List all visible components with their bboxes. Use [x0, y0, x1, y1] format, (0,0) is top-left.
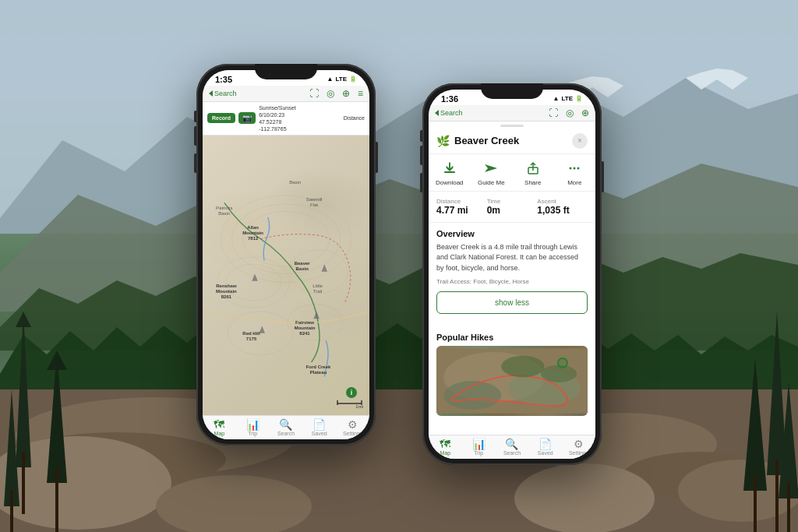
guide-me-label: Guide Me	[478, 179, 505, 186]
download-icon	[438, 159, 461, 178]
svg-marker-49	[485, 164, 497, 172]
settings-tab-icon-left: ⚙	[348, 419, 358, 430]
hike-map-svg	[436, 346, 588, 416]
close-button[interactable]: ×	[572, 133, 588, 149]
trip-tab-icon-right: 📊	[472, 439, 486, 449]
location-icon-right[interactable]: ◎	[566, 107, 574, 118]
map-tab-icon-right: 🗺	[440, 439, 450, 449]
signal-icon-left: ▲	[327, 76, 334, 83]
map-label-ford-creek: Ford CreekPlateau	[306, 365, 331, 375]
more-button[interactable]: More	[554, 159, 596, 186]
saved-tab-icon-right: 📄	[538, 439, 552, 449]
map-label-little-trail: LittleTrail	[312, 284, 323, 294]
download-button[interactable]: Download	[429, 159, 471, 186]
svg-point-52	[570, 167, 572, 169]
location-icon[interactable]: ◎	[327, 88, 334, 99]
stat-distance-value: 4.77 mi	[436, 205, 487, 216]
sunrise-label: Sunrise/Sunset	[259, 104, 341, 111]
vol-up-right	[420, 146, 422, 165]
phone-right: 1:36 ▲ LTE 🔋 Search ⛶ ◎ ⊕	[422, 83, 602, 465]
svg-marker-39	[252, 273, 257, 280]
trip-tab-label-left: Trip	[248, 431, 257, 436]
tab-settings-right[interactable]: ⚙ Settings	[562, 439, 595, 456]
phone2-screen: 1:36 ▲ LTE 🔋 Search ⛶ ◎ ⊕	[429, 90, 595, 459]
map-label-renshaw: RenshawMountain8261	[216, 284, 237, 301]
map-tab-label-left: Map	[214, 431, 225, 436]
trip-tab-icon-left: 📊	[246, 419, 260, 430]
lat-display: 47.52278	[259, 118, 341, 125]
chevron-left-icon-right	[435, 110, 439, 116]
saved-tab-label-left: Saved	[312, 431, 327, 436]
overview-title: Overview	[436, 229, 588, 238]
tab-settings-left[interactable]: ⚙ Settings	[336, 419, 369, 436]
tab-search-left[interactable]: 🔍 Search	[270, 419, 303, 436]
phone1-screen: 1:35 ▲ LTE 🔋 Search ⛶ ◎ ⊕ ≡	[203, 70, 369, 439]
map-tab-label-right: Map	[440, 450, 451, 456]
signal-icon-right: ▲	[553, 95, 560, 102]
date-display: 6/10/20:23	[259, 111, 341, 118]
download-label: Download	[436, 179, 464, 186]
record-button[interactable]: Record	[207, 113, 235, 123]
drag-handle	[500, 125, 524, 127]
share-button[interactable]: Share	[512, 159, 554, 186]
phones-container: 1:35 ▲ LTE 🔋 Search ⛶ ◎ ⊕ ≡	[0, 0, 798, 532]
action-buttons: Download Guide Me	[429, 154, 595, 192]
camera-button[interactable]: 📷	[238, 112, 256, 124]
panel-title: Beaver Creek	[454, 135, 567, 146]
notch-right	[481, 83, 543, 99]
scale-bar: 1mi	[336, 397, 363, 409]
back-button-right[interactable]: Search	[435, 109, 463, 117]
add-icon-right[interactable]: ⊕	[581, 107, 589, 118]
tab-map-right[interactable]: 🗺 Map	[429, 439, 462, 456]
vol-up	[194, 126, 196, 146]
map-label-sawmill: SawmillFlat	[306, 197, 323, 208]
map-tab-icon-left: 🗺	[214, 419, 224, 430]
guide-me-icon	[479, 159, 503, 178]
svg-point-53	[574, 167, 576, 169]
distance-label: Distance	[344, 115, 365, 121]
battery-icon-right: 🔋	[575, 95, 583, 102]
add-icon[interactable]: ⊕	[342, 88, 350, 99]
time-left: 1:35	[215, 75, 232, 84]
info-icon[interactable]: i	[346, 387, 357, 398]
back-label-right: Search	[440, 109, 463, 117]
map-toolbar: Record 📷 Sunrise/Sunset 6/10/20:23 47.52…	[203, 102, 369, 136]
tab-search-right[interactable]: 🔍 Search	[496, 439, 529, 456]
svg-point-54	[577, 167, 580, 169]
time-right: 1:36	[441, 94, 458, 104]
trail-access: Trail Access: Foot, Bicycle, Horse	[436, 278, 588, 285]
svg-point-59	[501, 356, 544, 378]
search-tab-label-left: Search	[277, 431, 295, 436]
back-button-left[interactable]: Search	[209, 90, 237, 97]
panel-handle	[429, 122, 595, 129]
share-icon	[521, 159, 545, 178]
guide-me-button[interactable]: Guide Me	[471, 159, 513, 186]
map-label-beaver-basin: BeaverBasin	[295, 261, 310, 272]
map-area[interactable]: PatricksBasin AllanMountain7812 Basin Sa…	[203, 136, 369, 415]
tab-trip-right[interactable]: 📊 Trip	[462, 439, 496, 456]
layers-icon[interactable]: ≡	[358, 88, 363, 99]
hike-location-marker	[557, 358, 568, 368]
tab-saved-right[interactable]: 📄 Saved	[528, 439, 562, 456]
tab-map-left[interactable]: 🗺 Map	[203, 419, 236, 436]
lng-display: -112.78765	[259, 125, 341, 132]
expand-icon-right[interactable]: ⛶	[549, 107, 558, 118]
trail-marker-icon: 🌿	[436, 135, 450, 147]
map-label-fairview: FairviewMountain8241	[295, 320, 316, 337]
map-label-patricks: PatricksBasin	[216, 206, 232, 217]
detail-panel: 🌿 Beaver Creek ×	[429, 122, 595, 435]
expand-icon[interactable]: ⛶	[309, 88, 319, 99]
nav-icons-right: ⛶ ◎ ⊕	[549, 107, 589, 118]
show-less-button[interactable]: show less	[436, 291, 588, 314]
tab-trip-left[interactable]: 📊 Trip	[236, 419, 270, 436]
tab-saved-left[interactable]: 📄 Saved	[302, 419, 336, 436]
svg-point-60	[541, 365, 577, 382]
stat-ascent: Ascent 1,035 ft	[537, 198, 588, 216]
stat-distance: Distance 4.77 mi	[436, 198, 487, 216]
stat-ascent-label: Ascent	[537, 198, 588, 205]
svg-point-58	[443, 381, 501, 410]
stats-row: Distance 4.77 mi Time 0m Ascent 1,035 ft	[429, 192, 595, 223]
hike-thumbnail[interactable]	[436, 346, 588, 416]
saved-tab-label-right: Saved	[538, 450, 553, 456]
map-svg	[203, 136, 369, 415]
